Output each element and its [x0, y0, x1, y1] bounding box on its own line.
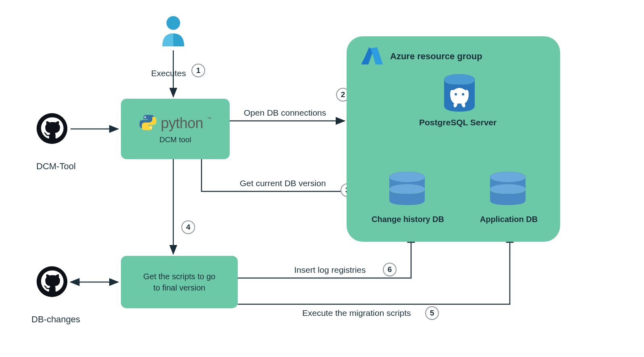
svg-point-15 [462, 93, 464, 95]
github-icon-dcm-tool [36, 113, 68, 146]
dcm-tool-repo-label: DCM-Tool [36, 161, 76, 172]
step-1-badge: 1 [191, 64, 205, 77]
scripts-text-line2: to final version [143, 282, 216, 293]
step-6-badge: 6 [383, 263, 397, 276]
svg-point-14 [455, 93, 457, 95]
database-icon-change-history [387, 204, 427, 211]
db-changes-repo-label: DB-changes [31, 314, 80, 325]
open-db-conn-label: Open DB connections [244, 108, 326, 118]
python-icon [139, 114, 157, 133]
scripts-node: Get the scripts to go to final version [121, 256, 238, 308]
get-version-label: Get current DB version [240, 178, 326, 188]
svg-point-18 [389, 184, 425, 194]
svg-point-9 [144, 116, 146, 118]
python-tech-label: python [161, 115, 203, 132]
dcm-tool-node: python ™ DCM tool [121, 99, 230, 159]
step-4-badge: 4 [181, 220, 195, 234]
step-4-number: 4 [186, 223, 191, 232]
svg-point-20 [490, 172, 526, 182]
azure-title: Azure resource group [390, 51, 482, 62]
svg-point-13 [444, 74, 475, 85]
github-icon-db-changes [36, 266, 68, 299]
exec-scripts-label: Execute the migration scripts [302, 308, 411, 318]
step-1-number: 1 [196, 66, 201, 75]
step-5-number: 5 [430, 309, 434, 318]
database-icon-application [488, 204, 528, 211]
azure-icon [361, 46, 383, 67]
svg-point-17 [389, 172, 425, 182]
change-history-db-label: Change history DB [368, 215, 448, 224]
step-2-number: 2 [341, 90, 345, 99]
application-db-label: Application DB [472, 215, 546, 224]
svg-point-21 [490, 184, 526, 194]
postgresql-icon [441, 108, 478, 115]
svg-point-7 [166, 16, 180, 30]
svg-point-10 [150, 127, 152, 129]
insert-log-label: Insert log registries [294, 265, 366, 275]
scripts-text-line1: Get the scripts to go [143, 271, 216, 282]
dcm-tool-caption: DCM tool [159, 135, 191, 144]
executes-label: Executes [151, 68, 186, 78]
step-6-number: 6 [388, 265, 392, 274]
postgresql-label: PostgreSQL Server [419, 118, 497, 127]
user-icon [158, 14, 188, 51]
step-5-badge: 5 [425, 306, 439, 320]
azure-resource-group: Azure resource group PostgreSQL Server [347, 36, 560, 242]
